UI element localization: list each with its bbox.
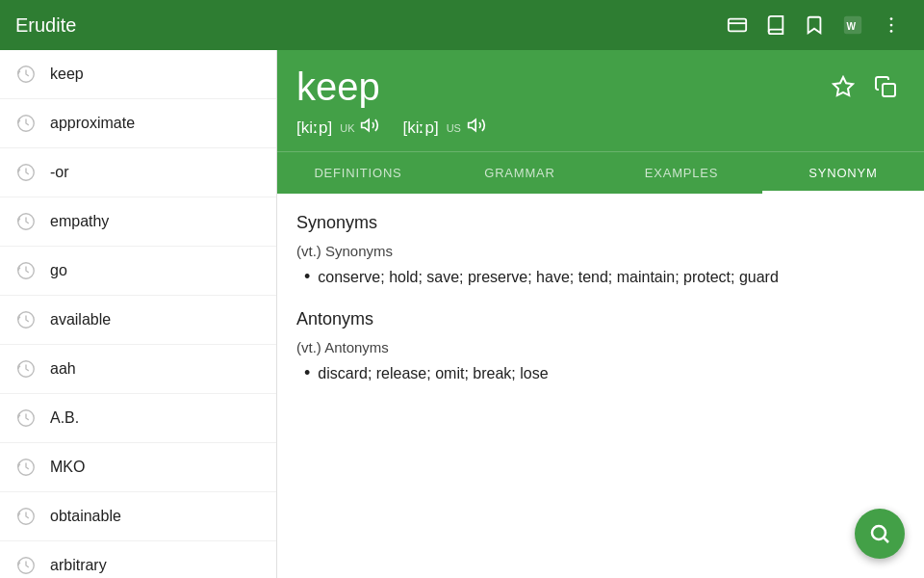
sidebar-item[interactable]: aah bbox=[0, 345, 276, 394]
sidebar-item[interactable]: empathy bbox=[0, 197, 276, 247]
sidebar-item[interactable]: arbitrary bbox=[0, 541, 276, 578]
svg-point-4 bbox=[890, 17, 893, 20]
synonyms-vt-label: (vt.) Synonyms bbox=[296, 243, 905, 259]
sidebar-item-label: obtainable bbox=[50, 508, 121, 525]
svg-marker-20 bbox=[362, 119, 370, 131]
tab-examples[interactable]: EXAMPLES bbox=[601, 152, 762, 194]
pronunciation-uk: [kiːp] UK bbox=[296, 116, 379, 140]
book-icon-btn[interactable] bbox=[758, 8, 793, 42]
svg-rect-0 bbox=[729, 19, 746, 32]
sidebar-item-label: approximate bbox=[50, 115, 135, 132]
content-area: Synonyms (vt.) Synonyms • conserve; hold… bbox=[277, 194, 924, 578]
pronunciation-row: [kiːp] UK [kiːp] US bbox=[296, 116, 905, 151]
bookmark-icon-btn[interactable] bbox=[797, 8, 832, 42]
history-icon bbox=[15, 506, 37, 527]
pronunciation-us: [kiːp] US bbox=[402, 116, 485, 140]
dict-panel: keep [kiːp] UK bbox=[277, 50, 924, 578]
speaker-us-icon[interactable] bbox=[467, 116, 486, 140]
more-icon-btn[interactable] bbox=[874, 8, 909, 42]
synonyms-title: Synonyms bbox=[296, 213, 905, 233]
history-icon bbox=[15, 211, 37, 232]
tab-grammar[interactable]: GRAMMAR bbox=[439, 152, 601, 194]
tabs-row: DEFINITIONS GRAMMAR EXAMPLES SYNONYM bbox=[277, 151, 924, 194]
sidebar-item-label: -or bbox=[50, 164, 69, 181]
antonyms-vt-label: (vt.) Antonyms bbox=[296, 339, 905, 355]
antonym-items: discard; release; omit; break; lose bbox=[318, 361, 548, 386]
copy-icon-btn[interactable] bbox=[866, 67, 905, 106]
tab-synonym[interactable]: SYNONYM bbox=[762, 152, 924, 194]
history-icon bbox=[15, 64, 37, 85]
search-fab[interactable] bbox=[855, 509, 905, 559]
word-icon-btn[interactable]: W bbox=[835, 8, 870, 42]
main-content: keepapproximate-orempathygoavailableaahA… bbox=[0, 50, 924, 578]
history-icon bbox=[15, 309, 37, 330]
history-icon bbox=[15, 260, 37, 281]
star-icon-btn[interactable] bbox=[824, 67, 862, 106]
history-icon bbox=[15, 555, 37, 576]
svg-marker-21 bbox=[469, 119, 476, 131]
antonyms-list: • discard; release; omit; break; lose bbox=[296, 361, 905, 386]
svg-rect-19 bbox=[883, 84, 895, 96]
svg-point-6 bbox=[890, 30, 893, 33]
sidebar-item[interactable]: available bbox=[0, 296, 276, 345]
svg-text:W: W bbox=[847, 21, 857, 32]
svg-line-23 bbox=[885, 539, 888, 542]
sidebar-item[interactable]: approximate bbox=[0, 99, 276, 148]
svg-point-22 bbox=[872, 526, 886, 539]
sidebar-item[interactable]: -or bbox=[0, 148, 276, 197]
synonym-items: conserve; hold; save; preserve; have; te… bbox=[318, 265, 779, 290]
sidebar-item-label: MKO bbox=[50, 459, 85, 476]
antonyms-title: Antonyms bbox=[296, 309, 905, 329]
sidebar: keepapproximate-orempathygoavailableaahA… bbox=[0, 50, 277, 578]
tab-definitions[interactable]: DEFINITIONS bbox=[277, 152, 439, 194]
sidebar-item-label: available bbox=[50, 311, 111, 328]
sidebar-item-label: arbitrary bbox=[50, 557, 107, 574]
svg-marker-18 bbox=[834, 77, 853, 95]
history-icon bbox=[15, 457, 37, 478]
synonyms-list: • conserve; hold; save; preserve; have; … bbox=[296, 265, 905, 290]
synonym-entry: • conserve; hold; save; preserve; have; … bbox=[304, 265, 905, 290]
sidebar-item-label: go bbox=[50, 262, 67, 279]
sidebar-item[interactable]: A.B. bbox=[0, 394, 276, 443]
svg-point-5 bbox=[890, 24, 893, 27]
flashcard-icon-btn[interactable] bbox=[720, 8, 755, 42]
sidebar-item-label: aah bbox=[50, 360, 76, 378]
sidebar-item[interactable]: keep bbox=[0, 50, 276, 99]
history-icon bbox=[15, 358, 37, 380]
word-title: keep bbox=[296, 66, 380, 108]
history-icon bbox=[15, 113, 37, 134]
antonym-entry: • discard; release; omit; break; lose bbox=[304, 361, 905, 386]
sidebar-item-label: keep bbox=[50, 66, 84, 83]
top-bar: Erudite W bbox=[0, 0, 924, 50]
sidebar-item[interactable]: MKO bbox=[0, 443, 276, 492]
word-header: keep [kiːp] UK bbox=[277, 50, 924, 151]
sidebar-item-label: empathy bbox=[50, 213, 109, 230]
sidebar-item[interactable]: obtainable bbox=[0, 492, 276, 541]
history-icon bbox=[15, 407, 37, 429]
sidebar-item[interactable]: go bbox=[0, 247, 276, 296]
speaker-uk-icon[interactable] bbox=[360, 116, 379, 140]
app-title: Erudite bbox=[15, 14, 716, 37]
history-icon bbox=[15, 162, 37, 183]
sidebar-item-label: A.B. bbox=[50, 409, 79, 427]
